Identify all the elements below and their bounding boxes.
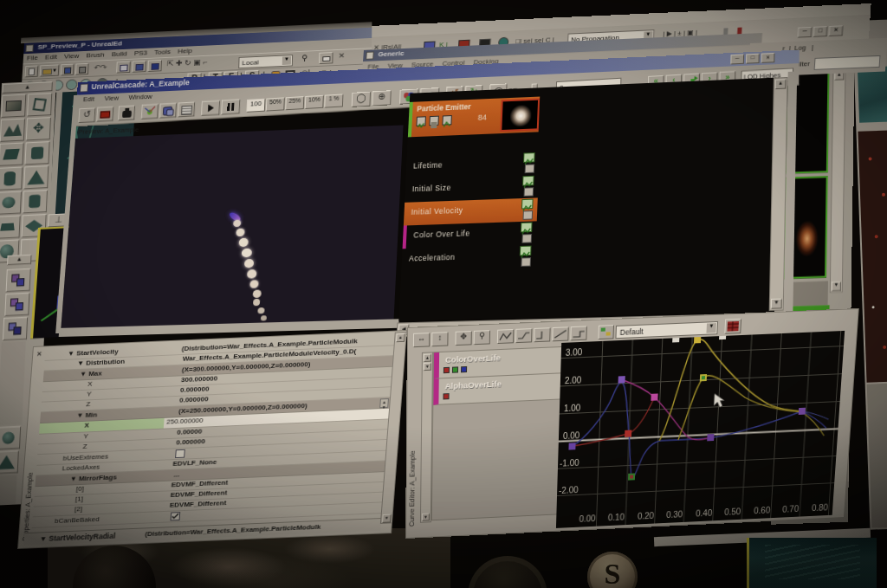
svg-text:0.10: 0.10	[608, 513, 625, 522]
svg-text:3.00: 3.00	[566, 347, 583, 357]
svg-text:0.60: 0.60	[754, 506, 771, 515]
svg-text:0.70: 0.70	[782, 505, 800, 514]
svg-text:0.80: 0.80	[812, 503, 829, 513]
svg-text:0.40: 0.40	[696, 508, 713, 518]
svg-text:0.00: 0.00	[563, 431, 580, 441]
svg-text:0.00: 0.00	[579, 514, 596, 524]
svg-text:0.30: 0.30	[666, 510, 683, 520]
svg-text:-1.00: -1.00	[560, 458, 579, 468]
svg-text:0.20: 0.20	[638, 511, 655, 520]
svg-text:-2.00: -2.00	[559, 486, 579, 495]
svg-text:0.50: 0.50	[724, 507, 741, 517]
svg-text:2.00: 2.00	[565, 376, 582, 385]
svg-text:1.00: 1.00	[564, 404, 581, 413]
